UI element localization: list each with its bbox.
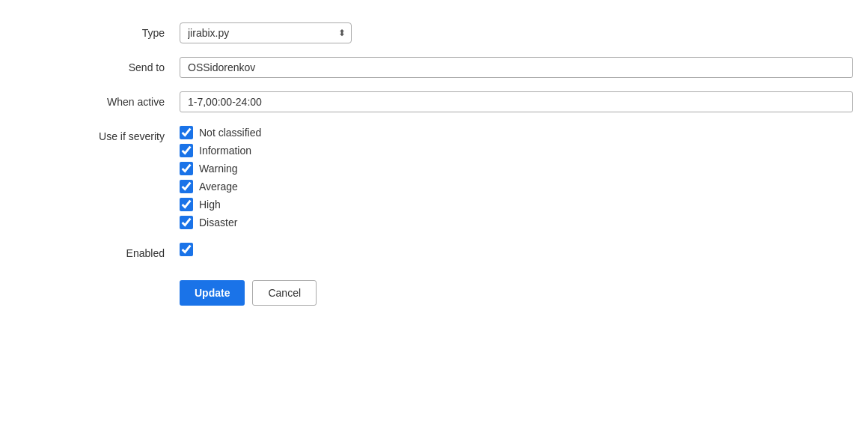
use-if-severity-label: Use if severity [30, 126, 180, 142]
severity-average-label[interactable]: Average [199, 181, 238, 193]
when-active-control [180, 91, 853, 112]
buttons-row: Update Cancel [30, 273, 838, 306]
use-if-severity-row: Use if severity Not classified Informati… [30, 126, 838, 229]
send-to-row: Send to [30, 57, 838, 78]
severity-not-classified-label[interactable]: Not classified [199, 127, 261, 139]
cancel-button[interactable]: Cancel [252, 280, 317, 306]
send-to-label: Send to [30, 57, 180, 73]
type-select[interactable]: jirabix.py [180, 22, 352, 43]
send-to-control [180, 57, 853, 78]
update-button[interactable]: Update [180, 280, 245, 306]
enabled-checkbox[interactable] [180, 243, 193, 256]
enabled-control [180, 243, 838, 256]
form-container: Type jirabix.py ⬍ Send to When active Us… [30, 22, 838, 319]
type-select-wrapper: jirabix.py ⬍ [180, 22, 352, 43]
severity-warning-checkbox[interactable] [180, 162, 193, 175]
severity-checkbox-group: Not classified Information Warning Avera… [180, 126, 838, 229]
when-active-row: When active [30, 91, 838, 112]
when-active-input[interactable] [180, 91, 853, 112]
when-active-label: When active [30, 91, 180, 108]
button-group: Update Cancel [180, 280, 838, 306]
severity-disaster-checkbox[interactable] [180, 216, 193, 229]
send-to-input[interactable] [180, 57, 853, 78]
severity-warning-item: Warning [180, 162, 838, 175]
buttons-control: Update Cancel [180, 273, 838, 306]
severity-not-classified-checkbox[interactable] [180, 126, 193, 139]
severity-disaster-item: Disaster [180, 216, 838, 229]
severity-high-item: High [180, 198, 838, 211]
enabled-row: Enabled [30, 243, 838, 259]
severity-high-label[interactable]: High [199, 199, 221, 211]
enabled-checkbox-item [180, 243, 838, 256]
severity-disaster-label[interactable]: Disaster [199, 216, 237, 228]
severity-warning-label[interactable]: Warning [199, 163, 238, 175]
type-control: jirabix.py ⬍ [180, 22, 838, 43]
severity-high-checkbox[interactable] [180, 198, 193, 211]
severity-not-classified-item: Not classified [180, 126, 838, 139]
buttons-spacer [30, 273, 180, 277]
severity-information-checkbox[interactable] [180, 144, 193, 157]
severity-average-item: Average [180, 180, 838, 193]
severity-information-item: Information [180, 144, 838, 157]
type-label: Type [30, 22, 180, 39]
severity-information-label[interactable]: Information [199, 145, 251, 157]
severity-average-checkbox[interactable] [180, 180, 193, 193]
enabled-label: Enabled [30, 243, 180, 259]
severity-control: Not classified Information Warning Avera… [180, 126, 838, 229]
type-row: Type jirabix.py ⬍ [30, 22, 838, 43]
